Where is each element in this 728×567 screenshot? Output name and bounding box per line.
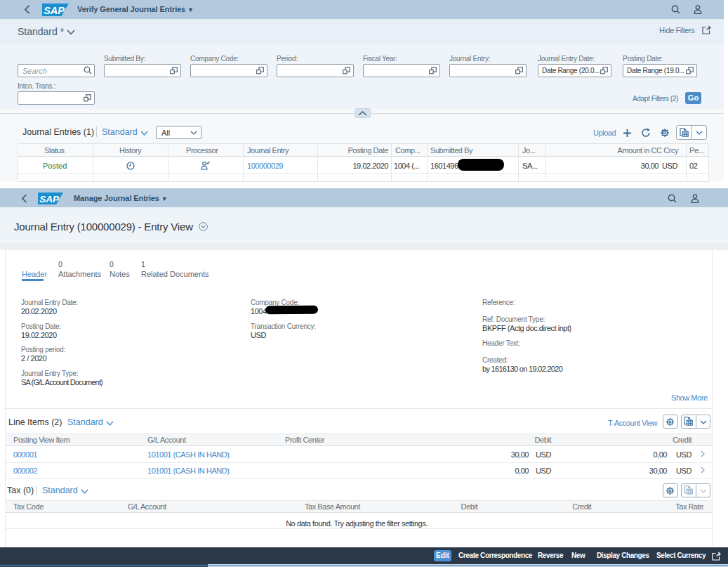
svg-text:SAP: SAP — [44, 5, 65, 16]
svg-text:SAP: SAP — [39, 194, 60, 204]
